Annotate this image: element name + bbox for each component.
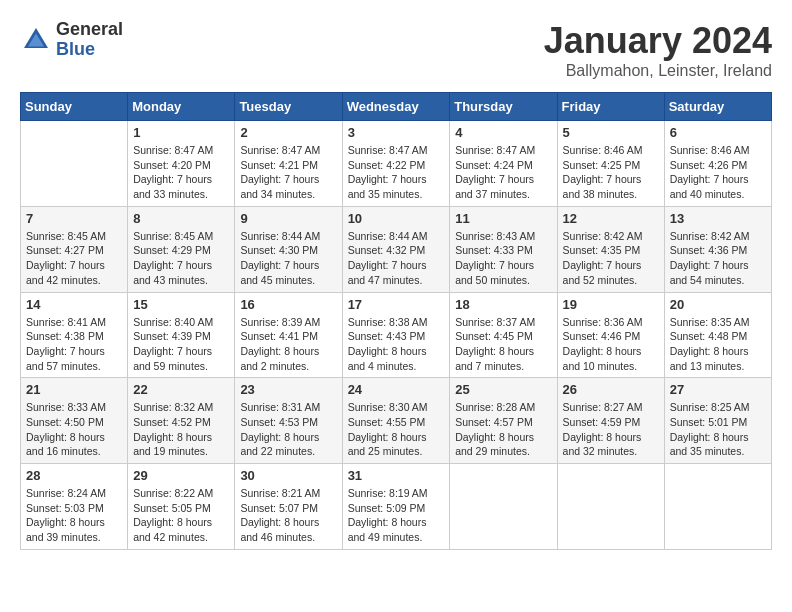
- page-header: General Blue January 2024 Ballymahon, Le…: [20, 20, 772, 80]
- calendar-cell: 28Sunrise: 8:24 AMSunset: 5:03 PMDayligh…: [21, 464, 128, 550]
- calendar-cell: 10Sunrise: 8:44 AMSunset: 4:32 PMDayligh…: [342, 206, 450, 292]
- day-info: Sunrise: 8:43 AMSunset: 4:33 PMDaylight:…: [455, 229, 551, 288]
- day-info: Sunrise: 8:31 AMSunset: 4:53 PMDaylight:…: [240, 400, 336, 459]
- calendar-cell: 9Sunrise: 8:44 AMSunset: 4:30 PMDaylight…: [235, 206, 342, 292]
- day-info: Sunrise: 8:45 AMSunset: 4:29 PMDaylight:…: [133, 229, 229, 288]
- calendar-week-row: 28Sunrise: 8:24 AMSunset: 5:03 PMDayligh…: [21, 464, 772, 550]
- day-number: 1: [133, 125, 229, 140]
- logo-blue: Blue: [56, 40, 123, 60]
- calendar-cell: 8Sunrise: 8:45 AMSunset: 4:29 PMDaylight…: [128, 206, 235, 292]
- day-number: 16: [240, 297, 336, 312]
- day-info: Sunrise: 8:30 AMSunset: 4:55 PMDaylight:…: [348, 400, 445, 459]
- month-title: January 2024: [544, 20, 772, 62]
- day-info: Sunrise: 8:39 AMSunset: 4:41 PMDaylight:…: [240, 315, 336, 374]
- day-info: Sunrise: 8:47 AMSunset: 4:21 PMDaylight:…: [240, 143, 336, 202]
- day-info: Sunrise: 8:35 AMSunset: 4:48 PMDaylight:…: [670, 315, 766, 374]
- day-number: 12: [563, 211, 659, 226]
- calendar-cell: 25Sunrise: 8:28 AMSunset: 4:57 PMDayligh…: [450, 378, 557, 464]
- day-info: Sunrise: 8:44 AMSunset: 4:32 PMDaylight:…: [348, 229, 445, 288]
- calendar-cell: 19Sunrise: 8:36 AMSunset: 4:46 PMDayligh…: [557, 292, 664, 378]
- day-info: Sunrise: 8:46 AMSunset: 4:26 PMDaylight:…: [670, 143, 766, 202]
- day-number: 10: [348, 211, 445, 226]
- day-number: 7: [26, 211, 122, 226]
- logo-general: General: [56, 20, 123, 40]
- calendar-cell: 20Sunrise: 8:35 AMSunset: 4:48 PMDayligh…: [664, 292, 771, 378]
- day-info: Sunrise: 8:24 AMSunset: 5:03 PMDaylight:…: [26, 486, 122, 545]
- day-number: 17: [348, 297, 445, 312]
- day-number: 15: [133, 297, 229, 312]
- calendar-cell: 17Sunrise: 8:38 AMSunset: 4:43 PMDayligh…: [342, 292, 450, 378]
- day-info: Sunrise: 8:28 AMSunset: 4:57 PMDaylight:…: [455, 400, 551, 459]
- calendar-cell: [557, 464, 664, 550]
- calendar-cell: 23Sunrise: 8:31 AMSunset: 4:53 PMDayligh…: [235, 378, 342, 464]
- calendar-week-row: 14Sunrise: 8:41 AMSunset: 4:38 PMDayligh…: [21, 292, 772, 378]
- calendar-week-row: 7Sunrise: 8:45 AMSunset: 4:27 PMDaylight…: [21, 206, 772, 292]
- day-info: Sunrise: 8:36 AMSunset: 4:46 PMDaylight:…: [563, 315, 659, 374]
- day-number: 20: [670, 297, 766, 312]
- day-info: Sunrise: 8:38 AMSunset: 4:43 PMDaylight:…: [348, 315, 445, 374]
- calendar-cell: 14Sunrise: 8:41 AMSunset: 4:38 PMDayligh…: [21, 292, 128, 378]
- day-number: 3: [348, 125, 445, 140]
- day-number: 8: [133, 211, 229, 226]
- calendar-cell: 18Sunrise: 8:37 AMSunset: 4:45 PMDayligh…: [450, 292, 557, 378]
- calendar-cell: 6Sunrise: 8:46 AMSunset: 4:26 PMDaylight…: [664, 121, 771, 207]
- day-number: 26: [563, 382, 659, 397]
- day-header-thursday: Thursday: [450, 93, 557, 121]
- calendar-cell: 12Sunrise: 8:42 AMSunset: 4:35 PMDayligh…: [557, 206, 664, 292]
- day-info: Sunrise: 8:27 AMSunset: 4:59 PMDaylight:…: [563, 400, 659, 459]
- calendar-week-row: 21Sunrise: 8:33 AMSunset: 4:50 PMDayligh…: [21, 378, 772, 464]
- day-number: 29: [133, 468, 229, 483]
- day-info: Sunrise: 8:19 AMSunset: 5:09 PMDaylight:…: [348, 486, 445, 545]
- day-number: 6: [670, 125, 766, 140]
- day-number: 27: [670, 382, 766, 397]
- day-number: 31: [348, 468, 445, 483]
- day-header-friday: Friday: [557, 93, 664, 121]
- calendar-cell: [450, 464, 557, 550]
- day-info: Sunrise: 8:44 AMSunset: 4:30 PMDaylight:…: [240, 229, 336, 288]
- calendar-cell: 4Sunrise: 8:47 AMSunset: 4:24 PMDaylight…: [450, 121, 557, 207]
- day-info: Sunrise: 8:32 AMSunset: 4:52 PMDaylight:…: [133, 400, 229, 459]
- day-info: Sunrise: 8:40 AMSunset: 4:39 PMDaylight:…: [133, 315, 229, 374]
- calendar-cell: 27Sunrise: 8:25 AMSunset: 5:01 PMDayligh…: [664, 378, 771, 464]
- day-number: 4: [455, 125, 551, 140]
- calendar-cell: 26Sunrise: 8:27 AMSunset: 4:59 PMDayligh…: [557, 378, 664, 464]
- day-info: Sunrise: 8:37 AMSunset: 4:45 PMDaylight:…: [455, 315, 551, 374]
- calendar-cell: 24Sunrise: 8:30 AMSunset: 4:55 PMDayligh…: [342, 378, 450, 464]
- location-subtitle: Ballymahon, Leinster, Ireland: [544, 62, 772, 80]
- day-number: 18: [455, 297, 551, 312]
- day-info: Sunrise: 8:21 AMSunset: 5:07 PMDaylight:…: [240, 486, 336, 545]
- day-info: Sunrise: 8:33 AMSunset: 4:50 PMDaylight:…: [26, 400, 122, 459]
- day-info: Sunrise: 8:47 AMSunset: 4:22 PMDaylight:…: [348, 143, 445, 202]
- day-header-sunday: Sunday: [21, 93, 128, 121]
- calendar-cell: 3Sunrise: 8:47 AMSunset: 4:22 PMDaylight…: [342, 121, 450, 207]
- day-info: Sunrise: 8:25 AMSunset: 5:01 PMDaylight:…: [670, 400, 766, 459]
- title-block: January 2024 Ballymahon, Leinster, Irela…: [544, 20, 772, 80]
- day-number: 23: [240, 382, 336, 397]
- calendar-cell: 29Sunrise: 8:22 AMSunset: 5:05 PMDayligh…: [128, 464, 235, 550]
- day-info: Sunrise: 8:41 AMSunset: 4:38 PMDaylight:…: [26, 315, 122, 374]
- logo-text: General Blue: [56, 20, 123, 60]
- day-number: 5: [563, 125, 659, 140]
- calendar-cell: 7Sunrise: 8:45 AMSunset: 4:27 PMDaylight…: [21, 206, 128, 292]
- day-number: 21: [26, 382, 122, 397]
- day-info: Sunrise: 8:47 AMSunset: 4:24 PMDaylight:…: [455, 143, 551, 202]
- calendar-cell: [664, 464, 771, 550]
- logo: General Blue: [20, 20, 123, 60]
- calendar-cell: 22Sunrise: 8:32 AMSunset: 4:52 PMDayligh…: [128, 378, 235, 464]
- day-number: 28: [26, 468, 122, 483]
- calendar-cell: 2Sunrise: 8:47 AMSunset: 4:21 PMDaylight…: [235, 121, 342, 207]
- day-header-tuesday: Tuesday: [235, 93, 342, 121]
- day-info: Sunrise: 8:42 AMSunset: 4:35 PMDaylight:…: [563, 229, 659, 288]
- day-number: 22: [133, 382, 229, 397]
- day-info: Sunrise: 8:45 AMSunset: 4:27 PMDaylight:…: [26, 229, 122, 288]
- calendar-cell: 15Sunrise: 8:40 AMSunset: 4:39 PMDayligh…: [128, 292, 235, 378]
- day-info: Sunrise: 8:22 AMSunset: 5:05 PMDaylight:…: [133, 486, 229, 545]
- calendar-week-row: 1Sunrise: 8:47 AMSunset: 4:20 PMDaylight…: [21, 121, 772, 207]
- calendar-cell: 16Sunrise: 8:39 AMSunset: 4:41 PMDayligh…: [235, 292, 342, 378]
- day-info: Sunrise: 8:47 AMSunset: 4:20 PMDaylight:…: [133, 143, 229, 202]
- calendar-cell: [21, 121, 128, 207]
- day-info: Sunrise: 8:46 AMSunset: 4:25 PMDaylight:…: [563, 143, 659, 202]
- day-header-wednesday: Wednesday: [342, 93, 450, 121]
- calendar-cell: 21Sunrise: 8:33 AMSunset: 4:50 PMDayligh…: [21, 378, 128, 464]
- day-number: 24: [348, 382, 445, 397]
